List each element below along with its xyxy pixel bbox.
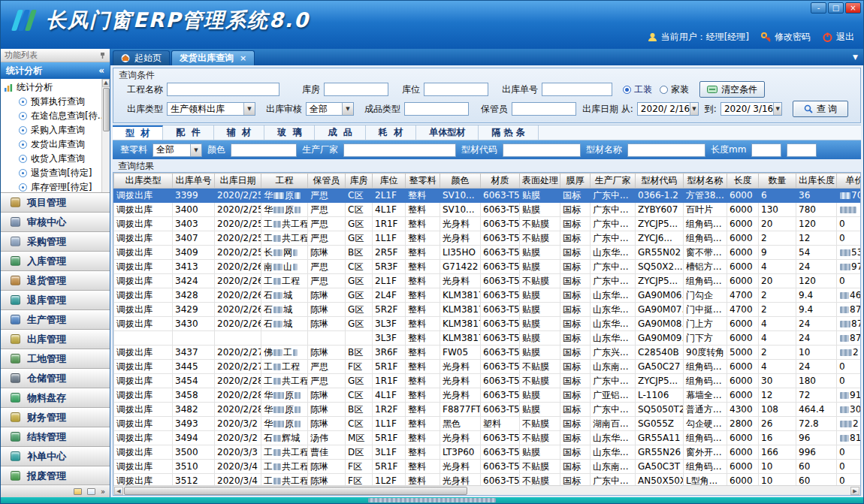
cell[interactable]: 1R2F xyxy=(373,403,406,417)
cell[interactable]: 0 xyxy=(837,274,861,288)
cell[interactable]: 不贴膜 xyxy=(520,474,560,486)
cell[interactable]: 组角码... xyxy=(684,217,727,231)
cell[interactable]: 广东兴... xyxy=(591,346,636,360)
sidebar-group-item[interactable]: 工地管理 xyxy=(1,349,110,369)
cell[interactable]: 1L2F xyxy=(373,474,406,486)
cell[interactable]: 3437 xyxy=(173,346,215,360)
cell[interactable]: 2020/2/27 xyxy=(215,346,261,360)
cell[interactable]: 2 xyxy=(759,231,796,246)
cell[interactable]: 南山 xyxy=(261,260,308,274)
cell[interactable]: 光身料 xyxy=(440,474,481,486)
cell[interactable]: 石辉城 xyxy=(261,431,308,445)
cell[interactable]: 山东华... xyxy=(591,246,636,260)
cell[interactable]: 光身料 xyxy=(440,460,481,474)
cell[interactable]: 468 xyxy=(837,288,861,303)
tab-list-dropdown-icon[interactable]: ▼ xyxy=(853,53,858,61)
cell[interactable]: 国标 xyxy=(560,431,591,445)
cell[interactable]: 2020/3/2 xyxy=(215,431,261,445)
cell[interactable]: 组角码... xyxy=(684,274,727,288)
cell[interactable]: F区 xyxy=(346,360,373,374)
cell[interactable]: 工工程 xyxy=(261,360,308,374)
cell[interactable]: 6000 xyxy=(727,246,759,260)
cell[interactable]: 光身料 xyxy=(440,431,481,445)
cell[interactable]: 6063-T5 xyxy=(481,388,520,403)
cell[interactable]: 2020/2/28 xyxy=(215,374,261,388)
cell[interactable]: 国标 xyxy=(560,417,591,431)
cell[interactable]: LT3P60 xyxy=(440,445,481,460)
cell[interactable]: 贴膜 xyxy=(520,189,560,203)
column-header[interactable]: 出库单号 xyxy=(173,174,215,189)
cell[interactable]: 广东中... xyxy=(591,260,636,274)
cell[interactable]: 5R2F xyxy=(373,303,406,317)
cell[interactable]: 调拨出库 xyxy=(114,374,173,388)
cell[interactable]: 华原 xyxy=(261,203,308,217)
cell[interactable]: 调拨出库 xyxy=(114,203,173,217)
sidebar-group-item[interactable]: 退库管理 xyxy=(1,291,110,310)
cell[interactable]: 2L4F xyxy=(373,288,406,303)
length-to-input[interactable] xyxy=(787,143,817,157)
cell[interactable]: 门勾企 xyxy=(684,288,727,303)
cell[interactable]: 国标 xyxy=(560,445,591,460)
cell[interactable]: 严思 xyxy=(308,217,346,231)
cell[interactable]: 工共工程 xyxy=(261,231,308,246)
cell[interactable]: 黑色 xyxy=(440,417,481,431)
radio-jiazhuang[interactable] xyxy=(660,86,668,94)
cell[interactable]: 96 xyxy=(796,431,837,445)
cell[interactable]: 整料 xyxy=(406,246,440,260)
cell[interactable]: 山东华... xyxy=(591,445,636,460)
column-header[interactable]: 出库日期 xyxy=(215,174,261,189)
cell[interactable]: 国标 xyxy=(560,288,591,303)
cell[interactable]: 槽铝方... xyxy=(684,260,727,274)
cell[interactable]: 工工程 xyxy=(261,274,308,288)
pin-icon[interactable] xyxy=(99,52,106,59)
cell[interactable]: 6000 xyxy=(727,231,759,246)
cell[interactable]: 广东中... xyxy=(591,231,636,246)
cell[interactable]: 山东华... xyxy=(591,431,636,445)
cell[interactable]: 12 xyxy=(759,388,796,403)
cell[interactable]: 广东中... xyxy=(591,274,636,288)
table-row[interactable]: 调拨出库35122020/3/4工共工程陈琳F区1L2F整料光身料6063-T5… xyxy=(114,474,861,486)
cell[interactable]: 24 xyxy=(796,317,837,331)
cell[interactable]: C区 xyxy=(346,189,373,203)
cell[interactable]: 6063-T5 xyxy=(481,460,520,474)
material-tab[interactable]: 配 件 xyxy=(163,125,213,140)
cell[interactable]: 6000 xyxy=(727,431,759,445)
cell[interactable]: 整料 xyxy=(406,417,440,431)
cell[interactable]: 6000 xyxy=(727,445,759,460)
cell[interactable]: 严思 xyxy=(308,260,346,274)
cell[interactable]: 4 xyxy=(759,260,796,274)
cell[interactable]: 1R1F xyxy=(373,374,406,388)
cell[interactable]: 6 xyxy=(759,189,796,203)
cell[interactable]: 6063-T5 xyxy=(481,189,520,203)
sidebar-group-item[interactable]: 项目管理 xyxy=(1,193,110,213)
table-row[interactable]: 调拨出库34002020/2/25华原严思C区4L1F整料SV10...6063… xyxy=(114,203,861,217)
cell[interactable]: 华原 xyxy=(261,403,308,417)
cell[interactable]: G区 xyxy=(346,288,373,303)
cell[interactable]: 2 xyxy=(759,303,796,317)
scroll-right-icon[interactable]: ▶ xyxy=(850,487,859,495)
cell[interactable]: 工共工程 xyxy=(261,374,308,388)
cell[interactable]: 3494 xyxy=(173,431,215,445)
cell[interactable]: 严思 xyxy=(308,274,346,288)
cell[interactable]: 2020/2/26 xyxy=(215,274,261,288)
cell[interactable]: 2 xyxy=(837,417,861,431)
cell[interactable]: B区 xyxy=(346,346,373,360)
cell[interactable]: 872 xyxy=(837,303,861,317)
cell[interactable]: 整料 xyxy=(406,260,440,274)
cell[interactable]: 4 xyxy=(759,331,796,346)
scroll-left-icon[interactable]: ◀ xyxy=(114,487,123,495)
cell[interactable]: 山东华... xyxy=(591,317,636,331)
sidebar-group-item[interactable]: 入库管理 xyxy=(1,252,110,271)
cell[interactable]: 陈琳 xyxy=(308,317,346,331)
cell[interactable]: G区 xyxy=(346,274,373,288)
cell[interactable]: 调拨出库 xyxy=(114,288,173,303)
color-input[interactable] xyxy=(231,143,297,157)
cell[interactable]: 3493 xyxy=(173,417,215,431)
cell[interactable]: 3L1F xyxy=(373,445,406,460)
cell[interactable]: 2800 xyxy=(727,417,759,431)
table-row[interactable]: 调拨出库34092020/2/25长网陈琳B区2R5F整料LI35HO6063-… xyxy=(114,246,861,260)
cell[interactable]: 3458 xyxy=(173,388,215,403)
sidebar-group-item[interactable]: 报废管理 xyxy=(1,466,110,484)
cell[interactable]: 光身料 xyxy=(440,231,481,246)
cell[interactable]: 不贴膜 xyxy=(520,417,560,431)
